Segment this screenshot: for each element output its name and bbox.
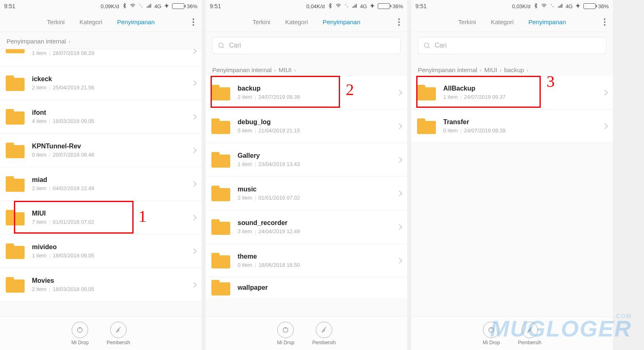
folder-items: 0 item — [443, 127, 458, 134]
clock: 9:51 — [210, 3, 221, 9]
folder-date: 24/07/2019 09.39 — [259, 94, 300, 100]
folder-date: 18/03/2018 09.05 — [53, 286, 94, 292]
folder-icon — [417, 85, 436, 100]
folder-list[interactable]: AllBackup1 item|24/07/2019 09.37Transfer… — [411, 76, 613, 316]
more-menu-icon[interactable] — [185, 18, 202, 26]
status-right: 0,04K/d 4G 36% — [306, 3, 403, 10]
cleaner-label: Pembersih — [312, 340, 336, 345]
midrop-icon — [277, 322, 294, 338]
battery-percent: 36% — [392, 3, 403, 9]
folder-list[interactable]: 1 item|28/07/2018 06.29 ickeck2 item|25/… — [0, 49, 202, 316]
folder-row[interactable]: ifont4 item|18/03/2018 09.05 — [0, 100, 202, 134]
tab-category[interactable]: Kategori — [79, 18, 102, 25]
folder-name: music — [238, 186, 397, 193]
folder-row[interactable]: mivideo1 item|18/03/2018 09.05 — [0, 234, 202, 268]
cleaner-button[interactable]: Pembersih — [518, 322, 541, 345]
folder-row-partial[interactable]: wallpaper — [206, 277, 407, 298]
breadcrumb-segment[interactable]: backup — [504, 66, 524, 73]
network-type: 4G — [360, 3, 367, 9]
cleaner-button[interactable]: Pembersih — [312, 322, 336, 345]
folder-items: 2 item — [238, 94, 252, 100]
breadcrumb-segment[interactable]: MIUI — [279, 66, 292, 73]
folder-row[interactable]: Gallery1 item|23/04/2019 13.43 — [206, 143, 407, 177]
chevron-right-icon: › — [294, 66, 296, 73]
chevron-right-icon — [397, 257, 402, 263]
tab-recent[interactable]: Terkini — [253, 18, 270, 25]
tab-recent[interactable]: Terkini — [47, 18, 65, 25]
svg-point-3 — [424, 43, 429, 48]
folder-name: sound_recorder — [238, 219, 397, 227]
search-input[interactable]: Cari — [212, 37, 401, 54]
tab-storage[interactable]: Penyimpanan — [528, 18, 566, 25]
folder-row[interactable]: ickeck2 item|25/04/2019 21.56 — [0, 66, 202, 100]
tab-recent[interactable]: Terkini — [458, 18, 476, 25]
breadcrumb[interactable]: Penyimpanan internal › — [0, 32, 202, 49]
folder-row[interactable]: debug_log5 item|21/04/2019 21.15 — [206, 109, 407, 143]
midrop-button[interactable]: Mi Drop — [277, 322, 294, 345]
tab-category[interactable]: Kategori — [491, 18, 514, 25]
midrop-button[interactable]: Mi Drop — [483, 322, 500, 345]
folder-list[interactable]: backup2 item|24/07/2019 09.39debug_log5 … — [206, 76, 407, 316]
folder-row-partial[interactable]: 1 item|28/07/2018 06.29 — [0, 49, 202, 66]
folder-name: theme — [238, 253, 397, 260]
folder-items: 1 item — [443, 94, 458, 100]
status-right: 0,03K/d 4G 36% — [512, 3, 609, 10]
bottom-nav: Mi Drop Pembersih — [0, 316, 202, 350]
folder-items: 1 item — [238, 161, 252, 167]
folder-row[interactable]: sound_recorder3 item|24/04/2019 12.49 — [206, 210, 407, 244]
folder-name: wallpaper — [238, 284, 401, 291]
data-rate: 0,04K/d — [306, 3, 325, 9]
phone-screenshot-3: 9:51 0,03K/d 4G 36% Terkini Kategori Pen… — [411, 0, 613, 350]
chevron-right-icon — [397, 89, 402, 95]
tab-storage[interactable]: Penyimpanan — [323, 18, 361, 25]
charging-icon — [575, 3, 581, 10]
folder-icon — [211, 85, 230, 100]
chevron-right-icon — [191, 80, 197, 86]
folder-row[interactable]: miad2 item|04/02/2019 22.49 — [0, 167, 202, 201]
search-input[interactable]: Cari — [418, 37, 606, 54]
folder-date: 28/07/2018 06.29 — [53, 50, 94, 56]
tab-storage[interactable]: Penyimpanan — [117, 18, 155, 25]
folder-row[interactable]: KPNTunnel-Rev0 item|20/07/2018 08.48 — [0, 134, 202, 167]
folder-date: 25/04/2019 21.56 — [53, 84, 94, 91]
folder-date: 01/01/2016 07.02 — [259, 195, 300, 201]
folder-name: KPNTunnel-Rev — [32, 143, 192, 150]
search-icon — [423, 42, 431, 49]
svg-point-1 — [219, 43, 223, 48]
signal-icon — [558, 3, 563, 10]
breadcrumb[interactable]: Penyimpanan internal › MIUI › backup › — [411, 59, 613, 76]
phone-screenshot-1: 9:51 0,09K/d 4G 36% Terkini — [0, 0, 202, 350]
search-icon — [218, 42, 225, 49]
folder-row[interactable]: Movies2 item|18/03/2018 09.05 — [0, 268, 202, 302]
wifi-icon — [541, 3, 547, 10]
cleaner-button[interactable]: Pembersih — [107, 322, 130, 345]
tab-category[interactable]: Kategori — [285, 18, 308, 25]
folder-icon — [211, 186, 230, 201]
folder-name: MIUI — [32, 210, 192, 217]
clock: 9:51 — [4, 3, 15, 9]
folder-row[interactable]: theme0 item|18/06/2018 16.50 — [206, 244, 407, 277]
midrop-label: Mi Drop — [71, 340, 88, 345]
folder-items: 5 item — [238, 127, 252, 134]
folder-icon — [6, 49, 25, 53]
more-menu-icon[interactable] — [596, 18, 613, 26]
folder-date: 20/07/2018 08.48 — [53, 152, 94, 158]
folder-row[interactable]: AllBackup1 item|24/07/2019 09.37 — [411, 76, 613, 109]
folder-row[interactable]: Transfer0 item|24/07/2019 09.39 — [411, 109, 613, 143]
battery-percent: 36% — [598, 3, 609, 9]
midrop-button[interactable]: Mi Drop — [71, 322, 88, 345]
signal-icon — [146, 3, 152, 10]
breadcrumb-segment[interactable]: MIUI — [484, 66, 497, 73]
brush-icon — [316, 322, 332, 338]
breadcrumb-segment[interactable]: Penyimpanan internal — [418, 66, 477, 73]
breadcrumb[interactable]: Penyimpanan internal › MIUI › — [206, 59, 407, 76]
folder-row[interactable]: backup2 item|24/07/2019 09.39 — [206, 76, 407, 109]
folder-row[interactable]: MIUI7 item|01/01/2016 07.02 — [0, 201, 202, 234]
more-menu-icon[interactable] — [391, 18, 407, 26]
folder-icon — [6, 176, 25, 192]
folder-row[interactable]: music2 item|01/01/2016 07.02 — [206, 177, 407, 210]
folder-name: backup — [238, 85, 397, 92]
bottom-nav: Mi Drop Pembersih — [411, 316, 613, 350]
folder-icon — [211, 118, 230, 134]
breadcrumb-segment[interactable]: Penyimpanan internal — [212, 66, 272, 73]
